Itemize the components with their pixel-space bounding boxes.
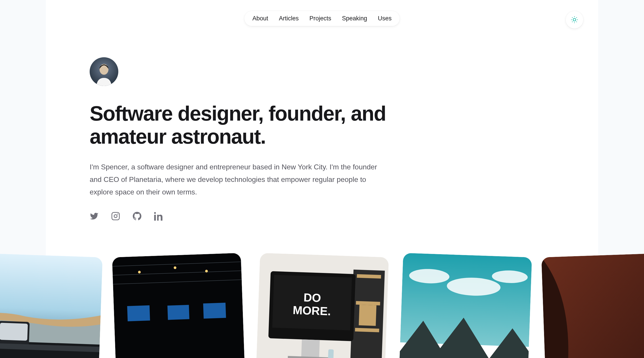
nav-about[interactable]: About xyxy=(247,11,274,26)
svg-point-0 xyxy=(573,18,576,21)
gallery-photo-mars xyxy=(541,253,644,358)
svg-line-8 xyxy=(576,17,577,18)
page-container: About Articles Projects Speaking Uses xyxy=(46,0,598,358)
gallery-photo-desk: DO MORE. xyxy=(255,253,389,358)
page-title: Software designer, founder, and amateur … xyxy=(90,102,403,148)
svg-point-10 xyxy=(100,64,108,75)
svg-line-3 xyxy=(572,17,572,18)
nav-speaking[interactable]: Speaking xyxy=(336,11,372,26)
svg-text:MORE.: MORE. xyxy=(292,303,331,318)
header: About Articles Projects Speaking Uses xyxy=(46,11,598,26)
svg-point-13 xyxy=(117,214,118,215)
hero-section: Software designer, founder, and amateur … xyxy=(46,0,598,221)
primary-nav: About Articles Projects Speaking Uses xyxy=(244,11,400,26)
svg-line-7 xyxy=(572,22,572,22)
gallery-photo-mountains xyxy=(398,253,532,358)
gallery-photo-cockpit xyxy=(0,253,103,358)
nav-uses[interactable]: Uses xyxy=(372,11,397,26)
svg-text:DO: DO xyxy=(304,291,321,304)
svg-rect-17 xyxy=(0,323,28,340)
svg-rect-27 xyxy=(203,303,226,319)
svg-rect-64 xyxy=(328,349,334,358)
sun-icon xyxy=(570,16,578,24)
svg-rect-26 xyxy=(168,305,190,320)
gallery-photo-conference xyxy=(112,253,246,358)
photo-gallery: DO MORE. xyxy=(0,215,644,358)
svg-rect-25 xyxy=(127,305,150,321)
svg-line-4 xyxy=(576,22,577,22)
hero-description: I'm Spencer, a software designer and ent… xyxy=(90,161,389,198)
svg-rect-61 xyxy=(301,339,320,358)
nav-articles[interactable]: Articles xyxy=(274,11,304,26)
nav-projects[interactable]: Projects xyxy=(304,11,337,26)
svg-rect-56 xyxy=(359,305,376,326)
theme-toggle-button[interactable] xyxy=(566,11,584,29)
avatar[interactable] xyxy=(90,57,118,86)
